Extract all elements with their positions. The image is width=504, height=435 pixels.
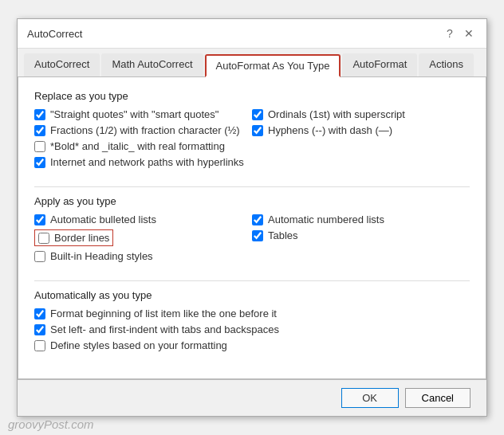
hyphens-label: Hyphens (--) with dash (—) (268, 124, 392, 136)
builtin-heading-checkbox[interactable] (34, 251, 45, 262)
define-styles-label: Define styles based on your formatting (50, 339, 227, 351)
separator-1 (34, 186, 470, 187)
format-beginning-label: Format beginning of list item like the o… (50, 308, 277, 319)
tab-autoformat-as-you-type[interactable]: AutoFormat As You Type (205, 54, 341, 77)
internet-paths-row: Internet and network paths with hyperlin… (34, 156, 252, 168)
auto-section-title: Automatically as you type (34, 289, 470, 301)
apply-section-title: Apply as you type (34, 195, 470, 207)
fractions-row: Fractions (1/2) with fraction character … (34, 124, 252, 136)
autocorrect-dialog: AutoCorrect ? ✕ AutoCorrect Math AutoCor… (17, 18, 487, 417)
set-left-indent-row: Set left- and first-indent with tabs and… (34, 323, 470, 335)
tab-autoformat[interactable]: AutoFormat (342, 53, 417, 76)
ok-button[interactable]: OK (341, 388, 399, 408)
border-lines-checkbox[interactable] (38, 233, 49, 244)
replace-section-title: Replace as you type (34, 90, 470, 102)
straight-quotes-label: "Straight quotes" with "smart quotes" (50, 108, 219, 120)
separator-2 (34, 280, 470, 281)
ordinals-label: Ordinals (1st) with superscript (268, 108, 405, 120)
auto-bulleted-row: Automatic bulleted lists (34, 214, 252, 225)
tab-content: Replace as you type "Straight quotes" wi… (18, 77, 486, 379)
replace-as-you-type-section: Replace as you type "Straight quotes" wi… (34, 90, 470, 172)
help-button[interactable]: ? (442, 25, 458, 41)
hyphens-checkbox[interactable] (252, 125, 263, 136)
auto-numbered-label: Automatic numbered lists (268, 214, 384, 225)
tab-math-autocorrect[interactable]: Math AutoCorrect (101, 53, 203, 76)
apply-right-col: Automatic numbered lists Tables (252, 214, 470, 266)
bold-italic-row: *Bold* and _italic_ with real formatting (34, 140, 252, 152)
set-left-indent-checkbox[interactable] (34, 324, 45, 335)
apply-as-you-type-section: Apply as you type Automatic bulleted lis… (34, 195, 470, 266)
replace-left-col: "Straight quotes" with "smart quotes" Fr… (34, 108, 252, 172)
set-left-indent-label: Set left- and first-indent with tabs and… (50, 323, 279, 335)
tabs-bar: AutoCorrect Math AutoCorrect AutoFormat … (18, 49, 486, 77)
straight-quotes-row: "Straight quotes" with "smart quotes" (34, 108, 252, 120)
builtin-heading-row: Built-in Heading styles (34, 250, 252, 262)
ordinals-checkbox[interactable] (252, 109, 263, 120)
dialog-footer: OK Cancel (18, 379, 486, 416)
watermark: groovyPost.com (8, 417, 94, 431)
format-beginning-checkbox[interactable] (34, 308, 45, 319)
border-lines-row: Border lines (34, 229, 252, 246)
title-bar-buttons: ? ✕ (442, 25, 477, 41)
tab-autocorrect[interactable]: AutoCorrect (24, 53, 100, 76)
auto-bulleted-label: Automatic bulleted lists (50, 214, 156, 225)
title-bar: AutoCorrect ? ✕ (18, 19, 486, 49)
fractions-label: Fractions (1/2) with fraction character … (50, 124, 240, 136)
tab-actions[interactable]: Actions (419, 53, 474, 76)
bold-italic-checkbox[interactable] (34, 141, 45, 152)
internet-paths-label: Internet and network paths with hyperlin… (50, 156, 244, 168)
define-styles-row: Define styles based on your formatting (34, 339, 470, 351)
bold-italic-label: *Bold* and _italic_ with real formatting (50, 140, 225, 152)
auto-numbered-checkbox[interactable] (252, 214, 263, 225)
internet-paths-checkbox[interactable] (34, 157, 45, 168)
builtin-heading-label: Built-in Heading styles (50, 250, 153, 262)
tables-label: Tables (268, 229, 298, 241)
define-styles-checkbox[interactable] (34, 340, 45, 351)
hyphens-row: Hyphens (--) with dash (—) (252, 124, 470, 136)
auto-numbered-row: Automatic numbered lists (252, 214, 470, 225)
apply-checkboxes-grid: Automatic bulleted lists Border lines Bu… (34, 214, 470, 266)
replace-checkboxes-grid: "Straight quotes" with "smart quotes" Fr… (34, 108, 470, 172)
replace-right-col: Ordinals (1st) with superscript Hyphens … (252, 108, 470, 172)
format-beginning-row: Format beginning of list item like the o… (34, 308, 470, 319)
tables-checkbox[interactable] (252, 230, 263, 241)
cancel-button[interactable]: Cancel (405, 388, 471, 408)
straight-quotes-checkbox[interactable] (34, 109, 45, 120)
apply-left-col: Automatic bulleted lists Border lines Bu… (34, 214, 252, 266)
border-lines-highlight: Border lines (34, 229, 113, 246)
border-lines-label: Border lines (54, 232, 109, 244)
fractions-checkbox[interactable] (34, 125, 45, 136)
auto-bulleted-checkbox[interactable] (34, 214, 45, 225)
tables-row: Tables (252, 229, 470, 241)
dialog-title: AutoCorrect (27, 28, 82, 40)
ordinals-row: Ordinals (1st) with superscript (252, 108, 470, 120)
auto-as-you-type-section: Automatically as you type Format beginni… (34, 289, 470, 351)
close-button[interactable]: ✕ (461, 25, 477, 41)
